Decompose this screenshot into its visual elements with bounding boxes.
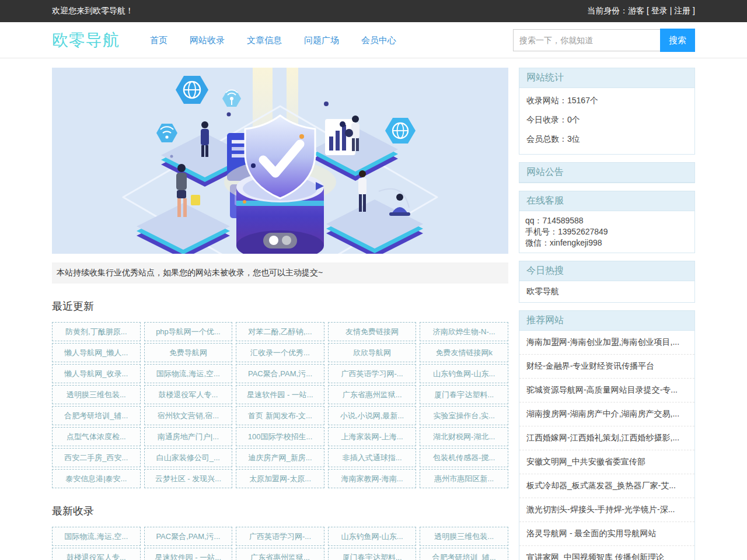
latest-included-grid: 国际物流,海运,空...PAC聚合,PAM,污...广西英语学习网-...山东钓…	[52, 527, 508, 560]
site-link-cell[interactable]: 对苯二酚,乙醇钠,...	[236, 322, 324, 341]
search-button[interactable]: 搜索	[660, 29, 695, 52]
site-link-cell[interactable]: 100国际学校招生...	[236, 427, 324, 446]
site-link-cell[interactable]: 透明膜三维包装...	[420, 527, 508, 546]
hot-search-body: 欧零导航	[519, 281, 694, 302]
recommended-site-link[interactable]: 驼城资源导航网-高质量网站目录提交-专...	[519, 379, 694, 402]
site-link-cell[interactable]: 首页 新闻发布-文...	[236, 406, 324, 425]
site-link-cell[interactable]: 懒人导航网_收录...	[52, 364, 141, 383]
panel-title: 今日热搜	[519, 261, 694, 281]
recommended-site-link[interactable]: 湖南搜房网-湖南房产中介,湖南房产交易,...	[519, 402, 694, 426]
site-link-cell[interactable]: PAC聚合,PAM,污...	[236, 364, 324, 383]
nav-link[interactable]: 首页	[150, 35, 167, 46]
site-link-cell[interactable]: 迪庆房产网_新房...	[236, 448, 324, 467]
site-link-cell[interactable]: php导航网一个优...	[144, 322, 233, 341]
site-link-cell[interactable]: 免费导航网	[144, 343, 233, 362]
site-link-cell[interactable]: 国际物流,海运,空...	[52, 527, 141, 546]
site-link-cell[interactable]: 厦门春宇达塑料...	[420, 385, 508, 404]
top-bar: 欢迎您来到欧零导航！ 当前身份：游客 [ 登录 | 注册 ]	[0, 0, 747, 22]
site-link-cell[interactable]: 山东钓鱼网-山东...	[420, 364, 508, 383]
carousel-dot-active[interactable]	[269, 236, 278, 245]
site-link-cell[interactable]: 实验室操作台,实...	[420, 406, 508, 425]
register-link[interactable]: 注册	[674, 6, 690, 15]
site-link-cell[interactable]: 包装机传感器-搅...	[420, 448, 508, 467]
site-link-cell[interactable]: 星速软件园 - 一站...	[144, 548, 233, 560]
site-link-cell[interactable]: 国际物流,海运,空...	[144, 364, 233, 383]
nav-link[interactable]: 网站收录	[190, 35, 225, 46]
site-link-cell[interactable]: 太原加盟网-太原...	[236, 469, 324, 488]
carousel-dot[interactable]	[282, 236, 291, 245]
site-link-cell[interactable]: 惠州市惠阳区新...	[420, 469, 508, 488]
stat-row: 会员总数：3位	[526, 134, 687, 145]
site-link-cell[interactable]: 海南家教网-海南...	[328, 469, 417, 488]
site-link-cell[interactable]: 广东省惠州监狱...	[236, 548, 324, 560]
site-notice: 本站持续收集行业优秀站点，如果您的网站未被收录，您也可以主动提交~	[52, 262, 508, 284]
identity-suffix: ]	[690, 6, 695, 15]
search-bar: 搜索	[513, 29, 695, 52]
site-link-cell[interactable]: 懒人导航网_懒人...	[52, 343, 141, 362]
hot-search-link[interactable]: 欧零导航	[519, 281, 694, 302]
panel-title: 网站统计	[519, 68, 694, 88]
site-link-cell[interactable]: 厦门春宇达塑料...	[328, 548, 417, 560]
identity-separator: |	[668, 6, 674, 15]
site-link-cell[interactable]: 鼓楼退役军人专...	[144, 385, 233, 404]
nav-link[interactable]: 问题广场	[304, 35, 339, 46]
site-link-cell[interactable]: 非插入式通球指...	[328, 448, 417, 467]
site-link-cell[interactable]: 山东钓鱼网-山东...	[328, 527, 417, 546]
site-link-cell[interactable]: 湖北财税网-湖北...	[420, 427, 508, 446]
recommended-site-link[interactable]: 板式冷却器_板式蒸发器_换热器厂家-艾...	[519, 474, 694, 498]
stats-body: 收录网站：15167个今日收录：0个会员总数：3位	[519, 88, 694, 154]
panel-recommended-sites: 推荐网站 海南加盟网-海南创业加盟,海南创业项目,...财经-金融界-专业财经资…	[519, 310, 695, 560]
site-link-cell[interactable]: 汇收录一个优秀...	[236, 343, 324, 362]
site-link-cell[interactable]: 免费友情链接网k	[420, 343, 508, 362]
hero-illustration	[52, 68, 508, 254]
site-link-cell[interactable]: 友情免费链接网	[328, 322, 417, 341]
site-logo[interactable]: 欧零导航	[52, 29, 120, 51]
recommended-site-link[interactable]: 激光切割头-焊接头-手持焊-光学镜片-深...	[519, 498, 694, 522]
welcome-text: 欢迎您来到欧零导航！	[52, 6, 134, 16]
section-title-recent-update: 最近更新	[52, 299, 508, 313]
recommended-site-link[interactable]: 财经-金融界-专业财经资讯传播平台	[519, 355, 694, 379]
site-link-cell[interactable]: 广东省惠州监狱...	[328, 385, 417, 404]
site-link-cell[interactable]: 济南欣烨生物-N-...	[420, 322, 508, 341]
recommended-site-link[interactable]: 江西婚嫁网-江西婚礼策划,江西婚纱摄影,...	[519, 426, 694, 450]
site-link-cell[interactable]: 透明膜三维包装...	[52, 385, 141, 404]
main-nav: 首页网站收录文章信息问题广场会员中心	[150, 35, 396, 46]
site-link-cell[interactable]: PAC聚合,PAM,污...	[144, 527, 233, 546]
site-link-cell[interactable]: 合肥考研培训_辅...	[52, 406, 141, 425]
nav-link[interactable]: 会员中心	[361, 35, 396, 46]
site-link-cell[interactable]: 广西英语学习网-...	[328, 364, 417, 383]
identity-text: 当前身份：游客 [	[587, 6, 651, 15]
panel-title: 在线客服	[519, 191, 694, 211]
search-input[interactable]	[513, 29, 660, 51]
login-link[interactable]: 登录	[651, 6, 668, 15]
panel-announcement: 网站公告	[519, 162, 695, 183]
site-link-cell[interactable]: 南通房地产门户|...	[144, 427, 233, 446]
service-contact-row: 微信：xinfengkeji998	[525, 237, 689, 249]
site-link-cell[interactable]: 欣欣导航网	[328, 343, 417, 362]
site-link-cell[interactable]: 鼓楼退役军人专...	[52, 548, 141, 560]
site-link-cell[interactable]: 西安二手房_西安...	[52, 448, 141, 467]
section-title-latest-included: 最新收录	[52, 504, 508, 518]
hero-banner	[52, 68, 508, 254]
site-link-cell[interactable]: 星速软件园 - 一站...	[236, 385, 324, 404]
screen-right	[325, 119, 355, 155]
site-link-cell[interactable]: 泰安信息港|泰安...	[52, 469, 141, 488]
panel-title: 网站公告	[519, 163, 694, 183]
site-link-cell[interactable]: 白山家装修公司_...	[144, 448, 233, 467]
site-link-cell[interactable]: 宿州软文营销,宿...	[144, 406, 233, 425]
site-link-cell[interactable]: 上海家装网-上海...	[328, 427, 417, 446]
site-link-cell[interactable]: 云梦社区 - 发现兴...	[144, 469, 233, 488]
site-link-cell[interactable]: 小说,小说网,最新...	[328, 406, 417, 425]
nav-link[interactable]: 文章信息	[247, 35, 282, 46]
carousel-indicator	[263, 233, 297, 249]
site-link-cell[interactable]: 广西英语学习网-...	[236, 527, 324, 546]
recommended-site-link[interactable]: 安徽文明网_中共安徽省委宣传部	[519, 450, 694, 474]
recommended-site-link[interactable]: 宣讲家网_中国视频智库 传播创新理论	[519, 546, 694, 560]
site-link-cell[interactable]: 合肥考研培训_辅...	[420, 548, 508, 560]
recommended-site-link[interactable]: 海南加盟网-海南创业加盟,海南创业项目,...	[519, 331, 694, 355]
recommended-site-link[interactable]: 洛灵导航网 - 最全面的实用导航网站	[519, 522, 694, 546]
panel-title: 推荐网站	[519, 311, 694, 331]
site-link-cell[interactable]: 防黄剂,丁酰肼原...	[52, 322, 141, 341]
main-content: 本站持续收集行业优秀站点，如果您的网站未被收录，您也可以主动提交~ 最近更新 防…	[52, 68, 508, 560]
site-link-cell[interactable]: 点型气体浓度检...	[52, 427, 141, 446]
